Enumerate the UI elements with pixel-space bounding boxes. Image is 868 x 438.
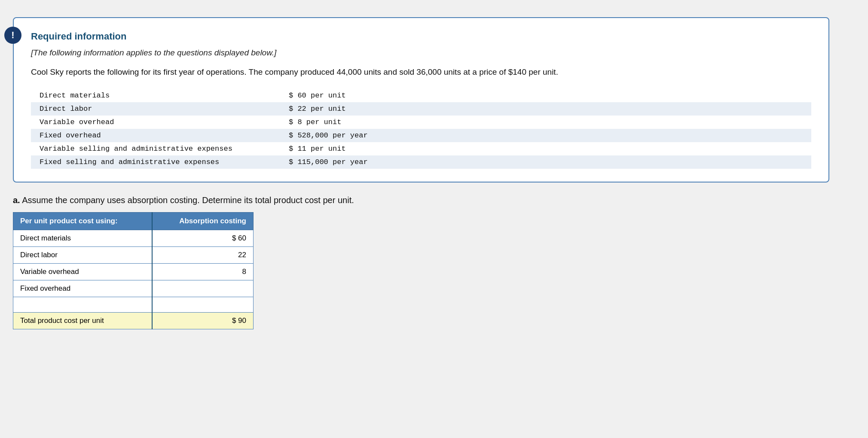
cost-item-label: Variable overhead xyxy=(31,118,289,126)
row-label: Fixed overhead xyxy=(13,280,153,297)
cost-item-label: Fixed selling and administrative expense… xyxy=(31,158,289,166)
row-value: 22 xyxy=(152,246,253,263)
table-row xyxy=(13,297,254,312)
cost-item-value: $ 8 per unit xyxy=(289,118,345,126)
row-value xyxy=(152,280,253,297)
cost-item-value: $ 115,000 per year xyxy=(289,158,372,166)
cost-item-row: Variable selling and administrative expe… xyxy=(31,142,811,155)
cost-item-value: $ 528,000 per year xyxy=(289,131,372,140)
cost-item-value: $ 11 per unit xyxy=(289,145,350,153)
cost-item-row: Fixed overhead$ 528,000 per year xyxy=(31,129,811,142)
cost-item-value: $ 22 per unit xyxy=(289,105,350,113)
row-label: Direct labor xyxy=(13,246,153,263)
info-icon: ! xyxy=(4,27,21,44)
row-label: Variable overhead xyxy=(13,263,153,280)
question-a-label: a. Assume the company uses absorption co… xyxy=(13,195,855,205)
total-value: $ 90 xyxy=(152,312,253,329)
cost-item-label: Direct labor xyxy=(31,105,289,113)
cost-item-label: Fixed overhead xyxy=(31,131,289,140)
description-text: Cool Sky reports the following for its f… xyxy=(31,66,811,79)
row-value xyxy=(152,297,253,312)
required-title: Required information xyxy=(31,31,811,42)
cost-item-row: Fixed selling and administrative expense… xyxy=(31,155,811,169)
table-row: Direct labor22 xyxy=(13,246,254,263)
cost-item-row: Direct labor$ 22 per unit xyxy=(31,102,811,116)
italic-subtitle: [The following information applies to th… xyxy=(31,48,811,58)
cost-item-row: Variable overhead$ 8 per unit xyxy=(31,116,811,129)
row-label: Direct materials xyxy=(13,230,153,246)
total-row: Total product cost per unit$ 90 xyxy=(13,312,254,329)
cost-item-label: Variable selling and administrative expe… xyxy=(31,145,289,153)
page-container: ! Required information [The following in… xyxy=(9,17,859,438)
col2-header: Absorption costing xyxy=(152,212,253,230)
row-label xyxy=(13,297,153,312)
table-row: Fixed overhead xyxy=(13,280,254,297)
cost-item-label: Direct materials xyxy=(31,91,289,100)
row-value: 8 xyxy=(152,263,253,280)
cost-table: Direct materials$ 60 per unitDirect labo… xyxy=(31,89,811,169)
product-table: Per unit product cost using: Absorption … xyxy=(13,212,254,329)
table-row: Direct materials$ 60 xyxy=(13,230,254,246)
col1-header: Per unit product cost using: xyxy=(13,212,153,230)
info-card: ! Required information [The following in… xyxy=(13,17,829,182)
row-value: $ 60 xyxy=(152,230,253,246)
cost-item-value: $ 60 per unit xyxy=(289,91,350,100)
table-row: Variable overhead8 xyxy=(13,263,254,280)
cost-item-row: Direct materials$ 60 per unit xyxy=(31,89,811,102)
total-label: Total product cost per unit xyxy=(13,312,153,329)
